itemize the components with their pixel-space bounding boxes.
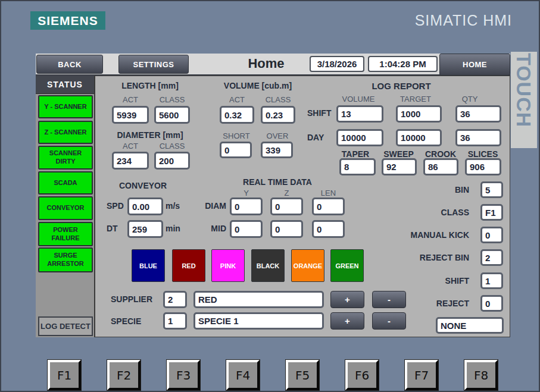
supplier-name-field[interactable]: RED [193,291,324,308]
date-display: 3/18/2026 [310,56,364,72]
status-scanner-dirty[interactable]: SCANNER DIRTY [38,146,93,170]
spd-field[interactable]: 0.00 [127,197,163,215]
f3-key[interactable]: F3 [167,360,200,390]
dt-field[interactable]: 259 [127,220,163,238]
crook-field[interactable]: 86 [423,158,458,175]
mid-y-field[interactable]: 0 [230,220,263,238]
shift-volume-field[interactable]: 13 [336,105,383,123]
diameter-act-label: ACT [112,142,149,150]
f7-key[interactable]: F7 [405,360,438,390]
conveyor-title: CONVEYOR [111,181,174,190]
volume-title: VOLUME [cub.m] [219,81,297,90]
volume-over-label: OVER [261,131,294,140]
status-surge-arrestor[interactable]: SURGE ARRESTOR [38,247,93,272]
page-title: Home [224,56,308,74]
class-field[interactable]: F1 [480,204,503,221]
color-button-pink[interactable]: PINK [211,249,245,282]
slices-field[interactable]: 906 [465,158,501,175]
color-button-green[interactable]: GREEN [330,249,364,282]
f5-key[interactable]: F5 [286,360,319,390]
diameter-class-label: CLASS [154,142,190,150]
volume-class-field[interactable]: 0.23 [261,106,295,124]
reject-bin-label: REJECT BIN [382,253,469,262]
diam-len-field[interactable]: 0 [312,197,345,215]
realtime-z-label: Z [270,189,303,197]
diam-y-field[interactable]: 0 [230,197,263,215]
volume-over-field[interactable]: 339 [261,142,293,158]
back-button[interactable]: BACK [36,55,103,74]
supplier-minus-button[interactable]: - [372,291,406,308]
spd-label: SPD [107,201,127,211]
specie-plus-button[interactable]: + [330,312,364,330]
taper-field[interactable]: 8 [339,158,376,175]
length-act-field[interactable]: 5939 [112,106,149,124]
day-volume-field[interactable]: 10000 [336,129,383,146]
siemens-logo: SIEMENS [30,11,105,30]
dt-unit-label: min [166,224,185,233]
log-detect-button[interactable]: LOG DETECT [38,316,93,336]
realtime-y-label: Y [230,189,263,197]
home-button[interactable]: HOME [439,54,510,76]
reject-field[interactable]: 0 [480,295,503,312]
log-report-volume-label: VOLUME [338,95,379,104]
specie-name-field[interactable]: SPECIE 1 [193,312,324,330]
volume-short-field[interactable]: 0 [220,142,252,158]
supplier-plus-button[interactable]: + [330,291,364,308]
diam-z-field[interactable]: 0 [270,197,303,215]
bin-label: BIN [382,185,469,195]
shift-qty-field[interactable]: 36 [455,105,501,123]
status-conveyor[interactable]: CONVEYOR [38,196,93,220]
length-act-label: ACT [112,95,149,104]
volume-act-field[interactable]: 0.32 [220,106,254,124]
log-report-shift-label: SHIFT [307,108,337,118]
log-report-qty-label: QTY [455,95,485,104]
specie-minus-button[interactable]: - [372,312,406,330]
f1-key[interactable]: F1 [48,360,81,390]
dt-label: DT [107,224,123,233]
color-button-blue[interactable]: BLUE [132,249,165,282]
diameter-act-field[interactable]: 234 [112,152,149,170]
mid-z-field[interactable]: 0 [270,220,303,238]
supplier-label: SUPPLIER [111,294,164,304]
color-button-orange[interactable]: ORANGE [291,249,324,282]
manual-kick-label: MANUAL KICK [382,230,469,240]
status-y-scanner[interactable]: Y - SCANNER [38,95,93,118]
log-report-title: LOG REPORT [345,81,458,91]
volume-class-label: CLASS [261,95,295,104]
f2-key[interactable]: F2 [107,360,141,390]
volume-act-label: ACT [220,95,254,104]
time-display: 1:04:28 PM [368,56,438,72]
day-target-field[interactable]: 10000 [396,129,442,146]
mid-len-field[interactable]: 0 [312,220,345,238]
mid-label: MID [198,224,226,233]
color-button-black[interactable]: BLACK [251,249,285,282]
shift-target-field[interactable]: 1000 [396,105,442,123]
settings-button[interactable]: SETTINGS [118,55,189,74]
length-class-label: CLASS [154,95,190,104]
specie-number-field[interactable]: 1 [163,312,187,330]
diameter-class-field[interactable]: 200 [154,152,190,170]
realtime-len-label: LEN [312,189,345,197]
touch-bezel-strip: TOUCH [511,52,537,148]
status-power-failure[interactable]: POWER FAILURE [38,222,93,246]
f8-key[interactable]: F8 [464,360,498,390]
manual-kick-field[interactable]: 0 [480,227,503,243]
f4-key[interactable]: F4 [226,360,260,390]
shift-field[interactable]: 1 [480,272,503,289]
sweep-field[interactable]: 92 [382,158,417,175]
length-class-field[interactable]: 5600 [154,106,190,124]
taper-label: TAPER [339,149,372,159]
log-report-day-label: DAY [307,133,334,142]
shift-label: SHIFT [382,276,469,286]
color-button-red[interactable]: RED [172,249,205,282]
status-scada[interactable]: SCADA [38,171,93,195]
class-label: CLASS [382,208,469,217]
f6-key[interactable]: F6 [345,360,379,390]
supplier-number-field[interactable]: 2 [163,291,187,308]
day-qty-field[interactable]: 36 [455,129,501,146]
reject-bin-field[interactable]: 2 [480,249,503,266]
status-z-scanner[interactable]: Z - SCANNER [38,121,93,144]
bin-field[interactable]: 5 [480,181,503,198]
none-field[interactable]: NONE [436,317,504,334]
sweep-label: SWEEP [382,149,416,159]
